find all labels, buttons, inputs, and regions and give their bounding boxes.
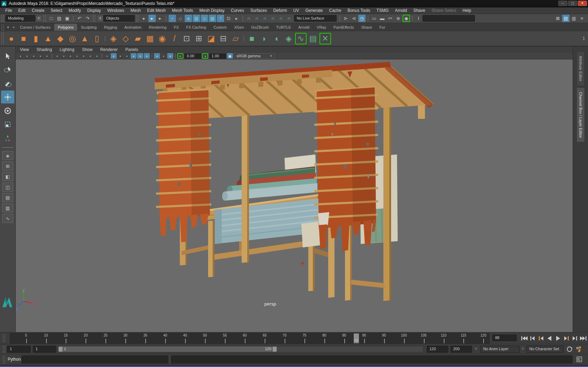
panel-menu-panels[interactable]: Panels xyxy=(125,47,138,52)
layout-hypershade-persp[interactable]: ▤ xyxy=(2,193,13,202)
exposure-field[interactable]: 0.00 xyxy=(184,53,201,59)
command-input[interactable] xyxy=(22,355,168,364)
drag-handle[interactable] xyxy=(3,356,5,364)
range-start-handle[interactable] xyxy=(59,347,63,352)
shelf-tab-curves-surfaces[interactable]: Curves / Surfaces xyxy=(16,24,54,31)
shelf-tab-vray[interactable]: VRay xyxy=(313,24,330,31)
smooth-icon[interactable]: ◉ xyxy=(156,33,168,44)
poly-cone-icon[interactable]: ▲ xyxy=(42,33,54,44)
maximize-button[interactable]: ▢ xyxy=(568,1,577,6)
paint-select-tool[interactable] xyxy=(1,77,14,90)
panel-menu-lighting[interactable]: Lighting xyxy=(60,47,74,52)
uv-automatic-map-icon[interactable]: ◈ xyxy=(283,33,294,44)
poly-sphere-icon[interactable]: ● xyxy=(6,33,17,44)
layout-four-view[interactable]: ⊞ xyxy=(2,161,13,171)
wireframe-icon[interactable]: ▪ xyxy=(104,53,110,59)
menu-help[interactable]: Help xyxy=(459,8,474,13)
shelf-menu-icon[interactable]: ▾ xyxy=(6,23,10,31)
select-tool[interactable] xyxy=(1,50,14,63)
exposure-toggle-icon[interactable]: ◐ xyxy=(177,53,183,59)
drag-handle[interactable] xyxy=(43,15,46,22)
menu-display[interactable]: Display xyxy=(84,8,104,13)
mask-surfaces-icon[interactable]: ▦ xyxy=(193,15,200,22)
shelf-tab-xgen[interactable]: XGen xyxy=(230,24,248,31)
select-by-name-icon[interactable]: I xyxy=(415,15,422,22)
minimize-button[interactable]: — xyxy=(558,1,567,6)
quick-selection-input[interactable] xyxy=(422,15,475,22)
menu-cache[interactable]: Cache xyxy=(326,8,344,13)
safe-action-icon[interactable]: ▪ xyxy=(87,53,93,59)
shelf-edit-icon[interactable]: ≡ xyxy=(11,23,16,31)
render-snapshot-icon[interactable]: ◉ xyxy=(403,15,410,22)
menu-bonus-tools[interactable]: Bonus Tools xyxy=(344,8,373,13)
menu-shave[interactable]: Shave xyxy=(410,8,428,13)
screen-space-ao-icon[interactable]: ▪ xyxy=(137,53,143,59)
menu-generate[interactable]: Generate xyxy=(302,8,326,13)
shelf-tab-custom[interactable]: Custom xyxy=(210,24,231,31)
multi-cut-icon[interactable]: / xyxy=(169,33,180,44)
last-tool-used[interactable] xyxy=(1,131,14,144)
select-by-object-icon[interactable]: ▸ xyxy=(148,15,156,22)
time-slider[interactable]: 5101520253035404550556065707580859095100… xyxy=(10,333,490,344)
quad-draw-icon[interactable]: ▱ xyxy=(230,33,241,44)
construction-history-icon[interactable]: ◷ xyxy=(358,15,366,22)
viewport-canvas[interactable]: y x z persp xyxy=(16,59,573,332)
auto-keyframe-icon[interactable] xyxy=(566,346,573,353)
shelf-tab-turtle[interactable]: TURTLE xyxy=(273,24,295,31)
motion-blur-icon[interactable]: ▪ xyxy=(144,53,150,59)
drag-handle[interactable] xyxy=(136,15,139,22)
layout-persp-graph[interactable]: ◫ xyxy=(2,182,13,192)
separate-icon[interactable]: ◇ xyxy=(120,33,131,44)
use-all-lights-icon[interactable]: ▪ xyxy=(124,53,130,59)
command-line-language[interactable]: Python xyxy=(8,357,21,362)
menu-surfaces[interactable]: Surfaces xyxy=(247,8,270,13)
input-connections-icon[interactable]: ⊳ xyxy=(342,15,350,22)
gate-mask-icon[interactable]: ▪ xyxy=(74,53,80,59)
animation-end-field[interactable]: 200 xyxy=(450,346,472,353)
panel-menu-renderer[interactable]: Renderer xyxy=(100,47,118,52)
poly-cube-icon[interactable]: ■ xyxy=(18,33,29,44)
mask-handles-icon[interactable]: + xyxy=(169,15,176,22)
select-by-hierarchy-icon[interactable]: ▸ xyxy=(140,15,148,22)
shaded-icon[interactable]: ▪ xyxy=(111,53,117,59)
shelf-tab-shave[interactable]: Shave xyxy=(358,24,376,31)
uv-unfold-icon[interactable]: ∿ xyxy=(295,33,307,44)
insert-edge-loop-icon[interactable]: ⊞ xyxy=(193,33,205,44)
panel-menu-shading[interactable]: Shading xyxy=(37,47,52,52)
drag-handle[interactable] xyxy=(1,33,4,44)
scale-tool[interactable] xyxy=(1,118,14,131)
field-chart-icon[interactable]: ▪ xyxy=(81,53,87,59)
viewport-3d[interactable]: y x z persp xyxy=(16,59,573,332)
layout-single-persp[interactable]: ◈ xyxy=(2,151,13,160)
menu-mesh-display[interactable]: Mesh Display xyxy=(196,8,228,13)
go-to-end-button[interactable] xyxy=(579,334,587,343)
menu-mesh-tools[interactable]: Mesh Tools xyxy=(169,8,196,13)
bevel-icon[interactable]: ◪ xyxy=(205,33,217,44)
resolution-gate-icon[interactable]: ▪ xyxy=(67,53,73,59)
wireframe-on-shaded-icon[interactable]: ▪ xyxy=(167,53,173,59)
mask-curves-icon[interactable]: ◈ xyxy=(185,15,192,22)
fill-hole-icon[interactable]: ▦ xyxy=(144,33,156,44)
modeling-toolkit-icon[interactable]: ⊠ xyxy=(554,15,561,22)
menu-uv[interactable]: UV xyxy=(290,8,302,13)
shelf-tab-painteffects[interactable]: PaintEffects xyxy=(330,24,358,31)
shelf-tab-fx[interactable]: FX xyxy=(170,24,183,31)
shelf-tab-arnold[interactable]: Arnold xyxy=(295,24,313,31)
target-weld-icon[interactable]: ⊡ xyxy=(181,33,192,44)
uv-cut-sew-icon[interactable]: ✕ xyxy=(319,33,331,44)
chevron-down-icon[interactable]: ▽ xyxy=(475,347,477,351)
poly-torus-icon[interactable]: ◎ xyxy=(67,33,78,44)
range-slider-track[interactable]: 1 120 xyxy=(58,346,423,352)
panel-menu-show[interactable]: Show xyxy=(82,47,93,52)
make-live-icon[interactable]: ∩ xyxy=(285,15,293,22)
save-scene-icon[interactable]: ▣ xyxy=(64,15,71,22)
gamma-toggle-icon[interactable]: ◑ xyxy=(202,53,208,59)
uv-cylindrical-map-icon[interactable]: ◗ xyxy=(258,33,270,44)
range-slider-bar[interactable]: 1 120 xyxy=(58,346,277,352)
undo-icon[interactable]: ↶ xyxy=(76,15,83,22)
poly-plane-icon[interactable]: ◆ xyxy=(54,33,66,44)
menu-modify[interactable]: Modify xyxy=(65,8,84,13)
sidebar-tab-attribute-editor[interactable]: Attribute Editor xyxy=(576,51,585,86)
uv-spherical-map-icon[interactable]: ◖ xyxy=(271,33,282,44)
lock-selection-icon[interactable]: ⊡ xyxy=(225,15,232,22)
